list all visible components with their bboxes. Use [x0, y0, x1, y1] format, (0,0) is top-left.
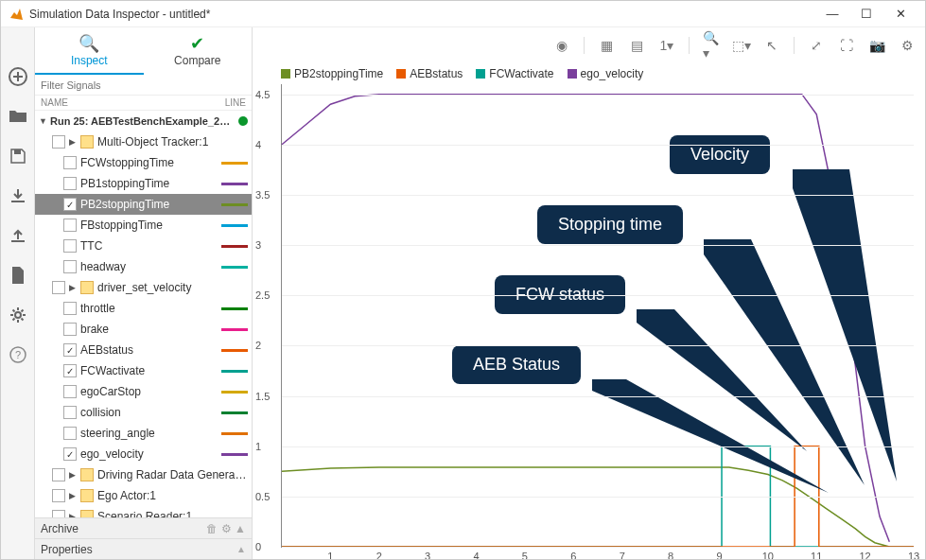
signal-checkbox[interactable]	[63, 239, 77, 253]
archive-section[interactable]: Archive 🗑 ⚙ ▲	[35, 517, 252, 538]
export-icon[interactable]	[7, 224, 29, 247]
legend-item[interactable]: FCWactivate	[476, 67, 553, 80]
cursor-icon[interactable]: ↖	[763, 37, 780, 54]
signal-checkbox[interactable]	[52, 135, 65, 149]
region-icon[interactable]: ⬚▾	[733, 37, 750, 54]
signal-checkbox[interactable]	[63, 385, 77, 398]
signal-label: AEBstatus	[80, 343, 218, 357]
signal-row-steer[interactable]: steering_angle	[35, 423, 252, 444]
add-icon[interactable]	[7, 65, 29, 88]
x-tick: 10	[762, 551, 774, 560]
fullscreen-icon[interactable]: ⛶	[838, 37, 855, 54]
signal-row-brk[interactable]: brake	[35, 319, 252, 340]
tab-compare[interactable]: ✔ Compare	[144, 27, 253, 75]
block-icon	[80, 135, 94, 149]
block-icon	[80, 281, 94, 294]
signal-row-aeb[interactable]: AEBstatus	[35, 340, 252, 360]
signal-label: brake	[80, 323, 218, 336]
import-icon[interactable]	[7, 184, 29, 207]
signal-row-pb2[interactable]: PB2stoppingTime	[35, 194, 252, 215]
new-file-icon[interactable]	[7, 264, 29, 287]
x-tick: 13	[908, 551, 919, 560]
properties-label: Properties	[41, 543, 93, 556]
line-swatch	[221, 391, 248, 394]
signal-tree[interactable]: ▼ Run 25: AEBTestBenchExample_21a [Curre…	[35, 111, 252, 517]
signal-row-egov[interactable]: ego_velocity	[35, 444, 252, 464]
chevron-right-icon[interactable]: ▶	[69, 491, 79, 500]
line-swatch	[221, 162, 248, 165]
signal-checkbox[interactable]	[63, 323, 77, 336]
grid4-icon[interactable]: ▦	[598, 37, 615, 54]
legend-item[interactable]: AEBstatus	[396, 67, 463, 80]
zoom-icon[interactable]: 🔍▾	[703, 37, 720, 54]
signal-row-mot[interactable]: ▶Multi-Object Tracker:1	[35, 131, 252, 152]
signal-row-ecs[interactable]: egoCarStop	[35, 381, 252, 402]
chevron-right-icon[interactable]: ▶	[69, 470, 79, 480]
legend-label: ego_velocity	[581, 67, 644, 80]
signal-checkbox[interactable]	[63, 406, 77, 419]
signal-checkbox[interactable]	[63, 177, 77, 190]
signal-row-ea[interactable]: ▶Ego Actor:1	[35, 485, 252, 506]
properties-section[interactable]: Properties ▲	[35, 538, 252, 559]
minimize-button[interactable]: ―	[815, 3, 849, 26]
signal-row-drdg[interactable]: ▶Driving Radar Data Generator:1	[35, 464, 252, 485]
legend-item[interactable]: ego_velocity	[568, 67, 644, 80]
x-tick: 1	[327, 551, 333, 560]
signal-row-pb1[interactable]: PB1stoppingTime	[35, 173, 252, 194]
signal-checkbox[interactable]	[63, 260, 77, 273]
signal-row-dsv[interactable]: ▶driver_set_velocity	[35, 277, 252, 298]
line-swatch	[221, 266, 248, 269]
x-tick: 9	[716, 551, 722, 560]
save-icon[interactable]	[7, 145, 29, 167]
signal-checkbox[interactable]	[52, 489, 65, 502]
grid2-icon[interactable]: ▤	[628, 37, 645, 54]
signal-checkbox[interactable]	[63, 343, 77, 357]
signal-checkbox[interactable]	[63, 219, 77, 232]
gear-icon[interactable]	[7, 304, 29, 326]
expand-icon[interactable]: ▼	[39, 116, 48, 126]
layout-icon[interactable]: 1▾	[658, 37, 675, 54]
camera-icon[interactable]: 📷	[868, 37, 885, 54]
run-row[interactable]: ▼ Run 25: AEBTestBenchExample_21a [Curre…	[35, 111, 252, 131]
expand-icon[interactable]: ⤢	[808, 37, 825, 54]
signal-label: FCWactivate	[80, 364, 218, 377]
close-button[interactable]: ✕	[883, 3, 917, 26]
y-tick: 3	[255, 239, 261, 251]
chart-area[interactable]: Velocity Stopping time FCW status AEB St…	[281, 84, 914, 548]
maximize-button[interactable]: ☐	[849, 3, 883, 26]
signal-checkbox[interactable]	[63, 198, 77, 211]
callout-velocity-label: Velocity	[670, 135, 770, 174]
signal-row-ttc[interactable]: TTC	[35, 236, 252, 256]
tab-inspect[interactable]: 🔍 Inspect	[35, 27, 144, 75]
signal-checkbox[interactable]	[63, 427, 77, 440]
signal-checkbox[interactable]	[52, 510, 65, 517]
signal-row-fb[interactable]: FBstoppingTime	[35, 215, 252, 236]
filter-signals[interactable]	[35, 75, 252, 96]
folder-icon[interactable]	[7, 105, 29, 128]
status-dot-icon	[238, 116, 248, 126]
filter-input[interactable]	[41, 79, 246, 91]
settings-icon[interactable]: ⚙	[899, 37, 916, 54]
chevron-right-icon[interactable]: ▶	[69, 137, 79, 147]
callout-stopping: Stopping time	[537, 205, 683, 244]
signal-label: FCWstoppingTime	[80, 156, 218, 169]
signal-row-head[interactable]: headway	[35, 256, 252, 277]
signal-row-thr[interactable]: throttle	[35, 298, 252, 319]
help-icon[interactable]: ?	[7, 343, 29, 366]
run-icon[interactable]: ◉	[553, 37, 570, 54]
signal-row-col[interactable]: collision	[35, 402, 252, 423]
signal-checkbox[interactable]	[63, 447, 77, 461]
signal-label: headway	[80, 260, 218, 273]
signal-label: ego_velocity	[80, 447, 218, 461]
signal-checkbox[interactable]	[63, 156, 77, 169]
signal-row-fcwst[interactable]: FCWstoppingTime	[35, 152, 252, 173]
signal-row-fcw[interactable]: FCWactivate	[35, 360, 252, 381]
signal-checkbox[interactable]	[52, 281, 65, 294]
svg-rect-1	[14, 149, 21, 154]
signal-checkbox[interactable]	[63, 302, 77, 315]
signal-checkbox[interactable]	[52, 468, 65, 481]
legend-item[interactable]: PB2stoppingTime	[281, 67, 383, 80]
signal-checkbox[interactable]	[63, 364, 77, 377]
signal-row-sr[interactable]: ▶Scenario Reader:1	[35, 506, 252, 517]
chevron-right-icon[interactable]: ▶	[69, 283, 79, 292]
